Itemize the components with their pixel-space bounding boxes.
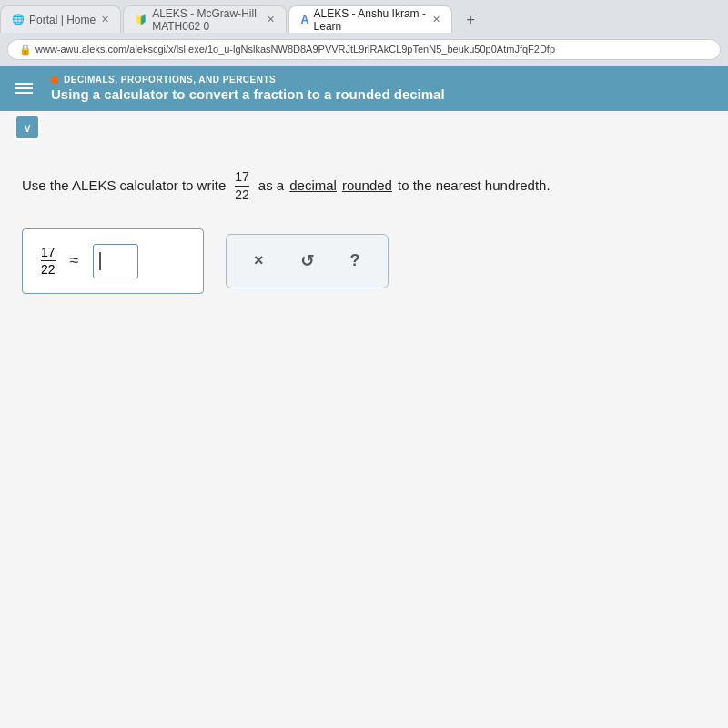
tab-aleks-learn-label: ALEKS - Anshu Ikram - Learn bbox=[314, 7, 428, 33]
instruction-start: Use the ALEKS calculator to write bbox=[22, 175, 226, 197]
aleks-math-icon: 🔰 bbox=[135, 14, 147, 25]
browser-chrome: 🌐 Portal | Home ✕ 🔰 ALEKS - McGraw-Hill … bbox=[0, 0, 728, 66]
clear-button[interactable]: × bbox=[248, 248, 269, 274]
orange-dot-icon bbox=[51, 76, 58, 84]
aleks-learn-icon: A bbox=[300, 13, 308, 26]
tab-aleks-math-label: ALEKS - McGraw-Hill MATH062 0 bbox=[152, 7, 261, 33]
chevron-down-icon: ∨ bbox=[23, 120, 32, 135]
approx-symbol: ≈ bbox=[70, 251, 79, 270]
tab-aleks-math[interactable]: 🔰 ALEKS - McGraw-Hill MATH062 0 ✕ bbox=[123, 5, 287, 33]
cursor-blink bbox=[99, 252, 101, 270]
action-buttons-box: × ↺ ? bbox=[226, 234, 389, 288]
tab-bar: 🌐 Portal | Home ✕ 🔰 ALEKS - McGraw-Hill … bbox=[0, 0, 728, 33]
dropdown-button[interactable]: ∨ bbox=[15, 115, 40, 140]
tab-aleks-learn[interactable]: A ALEKS - Anshu Ikram - Learn ✕ bbox=[288, 5, 452, 33]
answer-row: 17 22 ≈ × ↺ ? bbox=[22, 228, 706, 294]
lesson-header: DECIMALS, PROPORTIONS, AND PERCENTS Usin… bbox=[0, 66, 728, 111]
decimal-word: decimal bbox=[289, 175, 337, 197]
instruction-as: as a bbox=[258, 175, 284, 197]
new-tab-button[interactable]: + bbox=[458, 7, 483, 33]
tab-portal[interactable]: 🌐 Portal | Home ✕ bbox=[0, 5, 121, 33]
hamburger-menu[interactable] bbox=[15, 83, 33, 94]
lesson-category: DECIMALS, PROPORTIONS, AND PERCENTS bbox=[51, 75, 713, 85]
lesson-title: Using a calculator to convert a fraction… bbox=[51, 86, 713, 102]
tab-portal-close[interactable]: ✕ bbox=[101, 14, 109, 25]
rounded-word: rounded bbox=[342, 175, 392, 197]
display-fraction: 17 22 bbox=[41, 245, 56, 277]
input-fraction-box: 17 22 ≈ bbox=[22, 228, 204, 294]
exercise-area: Use the ALEKS calculator to write 17 22 … bbox=[0, 147, 728, 316]
tab-portal-label: Portal | Home bbox=[29, 14, 96, 26]
fraction-denominator: 22 bbox=[235, 187, 249, 203]
portal-icon: 🌐 bbox=[12, 14, 25, 25]
url-text: www-awu.aleks.com/alekscgi/x/lsl.exe/1o_… bbox=[35, 44, 555, 55]
tab-aleks-learn-close[interactable]: ✕ bbox=[432, 14, 440, 25]
lock-icon: 🔒 bbox=[19, 44, 32, 56]
address-bar-row: 🔒 www-awu.aleks.com/alekscgi/x/lsl.exe/1… bbox=[0, 33, 728, 66]
display-numerator: 17 bbox=[41, 245, 56, 261]
problem-fraction: 17 22 bbox=[235, 169, 249, 203]
undo-button[interactable]: ↺ bbox=[295, 248, 319, 275]
tab-aleks-math-close[interactable]: ✕ bbox=[267, 14, 275, 25]
address-bar[interactable]: 🔒 www-awu.aleks.com/alekscgi/x/lsl.exe/1… bbox=[7, 39, 721, 60]
display-denominator: 22 bbox=[41, 261, 56, 277]
page-content: DECIMALS, PROPORTIONS, AND PERCENTS Usin… bbox=[0, 66, 728, 728]
instruction-end: to the nearest hundredth. bbox=[398, 175, 551, 197]
help-button[interactable]: ? bbox=[345, 248, 366, 274]
fraction-numerator: 17 bbox=[235, 169, 249, 187]
problem-instruction: Use the ALEKS calculator to write 17 22 … bbox=[22, 169, 706, 203]
lesson-header-text: DECIMALS, PROPORTIONS, AND PERCENTS Usin… bbox=[51, 75, 713, 102]
answer-input-wrapper[interactable] bbox=[93, 244, 138, 278]
